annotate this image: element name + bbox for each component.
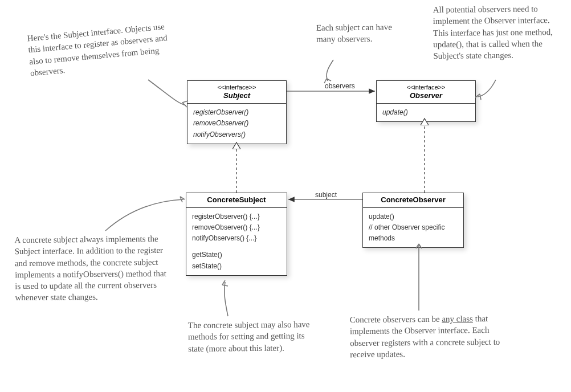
subject-name: Subject <box>192 91 282 101</box>
subject-methods: registerObserver() removeObserver() noti… <box>187 104 286 144</box>
observers-label: observers <box>325 82 355 90</box>
method: registerObserver() <box>193 107 280 118</box>
method: getState() <box>192 250 281 260</box>
method: notifyObservers() <box>193 129 280 140</box>
subject-stereotype: <<interface>> <box>192 83 282 91</box>
method: methods <box>369 233 458 244</box>
method: removeObserver() <box>193 118 280 129</box>
state-annotation: The concrete subject may also have metho… <box>188 318 320 354</box>
method: setState() <box>192 261 281 272</box>
observer-interface-box: <<interface>> Observer update() <box>376 80 476 122</box>
subject-rel-label: subject <box>315 191 337 199</box>
concrete-subject-box: ConcreteSubject registerObserver() {...}… <box>186 193 287 276</box>
concrete-subject-annotation: A concrete subject always implements the… <box>14 233 169 304</box>
method: notifyObservers() {...} <box>192 233 281 244</box>
observer-methods: update() <box>377 104 475 121</box>
method: // other Observer specific <box>369 222 458 233</box>
arrow-many-observers <box>327 60 333 81</box>
subject-annotation: Here's the Subject interface. Objects us… <box>27 20 178 79</box>
observer-name: Observer <box>381 91 471 101</box>
arrow-state-note <box>225 282 228 316</box>
arrow-observer-note <box>478 80 496 97</box>
concrete-subject-name: ConcreteSubject <box>191 195 282 205</box>
observer-annotation: All potential observers need to implemen… <box>433 3 565 62</box>
concrete-observer-name: ConcreteObserver <box>368 195 459 205</box>
subject-interface-box: <<interface>> Subject registerObserver()… <box>187 80 287 144</box>
concrete-subject-methods: registerObserver() {...} removeObserver(… <box>186 208 287 275</box>
method: update() <box>382 107 470 118</box>
co-note-b: any class <box>442 314 473 323</box>
concrete-observer-annotation: Concrete observers can be any class that… <box>350 313 504 360</box>
subject-title: <<interface>> Subject <box>187 81 286 104</box>
co-note-a: Concrete observers can be <box>350 315 442 324</box>
concrete-observer-box: ConcreteObserver update() // other Obser… <box>362 193 464 248</box>
concrete-subject-title: ConcreteSubject <box>186 193 287 208</box>
concrete-observer-methods: update() // other Observer specific meth… <box>363 208 463 248</box>
concrete-observer-title: ConcreteObserver <box>363 193 463 208</box>
arrow-concrete-subject-note <box>105 199 183 231</box>
observer-stereotype: <<interface>> <box>381 83 471 91</box>
method: registerObserver() {...} <box>192 211 281 222</box>
many-observers-annotation: Each subject can have many observers. <box>316 21 402 45</box>
arrow-subject-note <box>148 80 186 105</box>
observer-title: <<interface>> Observer <box>377 81 475 104</box>
method: update() <box>369 211 458 222</box>
method: removeObserver() {...} <box>192 222 281 233</box>
